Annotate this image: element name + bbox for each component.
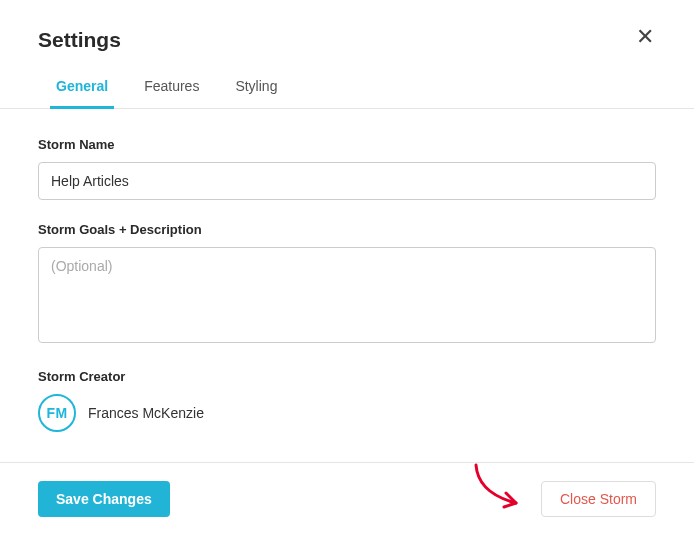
storm-creator-label: Storm Creator [38,369,656,384]
save-button[interactable]: Save Changes [38,481,170,517]
settings-modal: Settings ✕ General Features Styling Stor… [0,0,694,432]
storm-goals-field: Storm Goals + Description [38,222,656,347]
tabs-bar: General Features Styling [0,78,694,109]
storm-goals-input[interactable] [38,247,656,343]
storm-creator-field: Storm Creator FM Frances McKenzie [38,369,656,432]
storm-goals-label: Storm Goals + Description [38,222,656,237]
storm-name-input[interactable] [38,162,656,200]
storm-name-field: Storm Name [38,137,656,200]
modal-header: Settings ✕ [38,28,656,52]
modal-footer: Save Changes Close Storm [0,462,694,535]
tab-general[interactable]: General [52,78,112,108]
close-storm-button[interactable]: Close Storm [541,481,656,517]
form-section: Storm Name Storm Goals + Description Sto… [38,109,656,432]
creator-name: Frances McKenzie [88,405,204,421]
close-icon[interactable]: ✕ [634,24,656,50]
tab-styling[interactable]: Styling [231,78,281,108]
modal-title: Settings [38,28,121,52]
tab-features[interactable]: Features [140,78,203,108]
creator-row: FM Frances McKenzie [38,394,656,432]
storm-name-label: Storm Name [38,137,656,152]
avatar: FM [38,394,76,432]
